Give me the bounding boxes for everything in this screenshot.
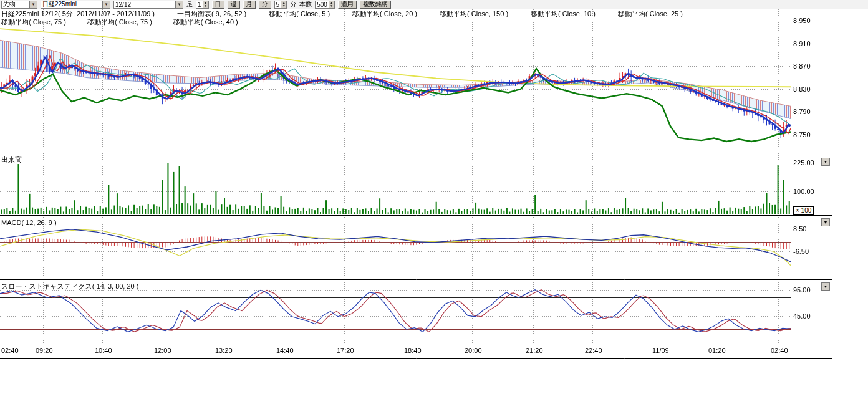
spin-down-icon[interactable]: ▼ <box>330 4 333 7</box>
symbol-select[interactable]: 日経225mini ▼ <box>41 1 110 9</box>
multi-symbol-button[interactable]: 複数銘柄 <box>360 1 391 9</box>
bars-count-value: 500 <box>316 1 329 8</box>
market-select-value: 先物 <box>2 0 29 9</box>
period-month-button[interactable]: 月 <box>243 1 256 9</box>
bar-multiplier-value: 1 <box>196 1 203 8</box>
chart-legend-row2: 移動平均( Close, 75 ) 移動平均( Close, 75 ) 移動平均… <box>1 17 238 27</box>
stochastics-panel-title: スロー・ストキャスティクス( 14, 3, 80, 20 ) <box>1 282 138 291</box>
volume-panel-title: 出来高 <box>1 155 22 165</box>
legend-ma-40: 移動平均( Close, 40 ) <box>173 17 238 27</box>
toolbar: 先物 ▼ 日経225mini ▼ 12/12 ▼ 足 1 ▲▼ 日 週 月 分 … <box>0 0 868 9</box>
spin-down-icon[interactable]: ▼ <box>204 4 207 7</box>
legend-ma-150: 移動平均( Close, 150 ) <box>440 9 508 19</box>
chevron-down-icon[interactable]: ▼ <box>102 1 110 8</box>
chart-application: 先物 ▼ 日経225mini ▼ 12/12 ▼ 足 1 ▲▼ 日 週 月 分 … <box>0 0 868 409</box>
contract-select-value: 12/12 <box>114 1 175 8</box>
period-week-button[interactable]: 週 <box>228 1 240 9</box>
bars-count-label: 本数 <box>299 0 312 9</box>
macd-panel-scroll-down-button[interactable]: ▼ <box>821 218 830 226</box>
chevron-down-icon[interactable]: ▼ <box>175 1 183 8</box>
symbol-select-value: 日経225mini <box>41 0 102 9</box>
stochastics-panel-scroll-down-button[interactable]: ▼ <box>821 282 830 291</box>
legend-ma-25: 移動平均( Close, 25 ) <box>618 9 683 19</box>
minute-value: 5 <box>275 1 281 8</box>
chevron-down-icon[interactable]: ▼ <box>29 1 37 8</box>
spinner-arrows-icon[interactable]: ▲▼ <box>329 1 334 8</box>
macd-panel-title: MACD( 12, 26, 9 ) <box>1 219 57 226</box>
legend-ma-75a: 移動平均( Close, 75 ) <box>1 17 66 27</box>
legend-ma-75b: 移動平均( Close, 75 ) <box>87 17 152 27</box>
chart-canvas[interactable] <box>0 0 868 409</box>
spinner-arrows-icon[interactable]: ▲▼ <box>203 1 208 8</box>
bars-count-spinner[interactable]: 500 ▲▼ <box>315 1 335 9</box>
market-select[interactable]: 先物 ▼ <box>1 1 37 9</box>
minute-value-spinner[interactable]: 5 ▲▼ <box>274 1 287 9</box>
legend-ma-5: 移動平均( Close, 5 ) <box>269 9 330 19</box>
volume-multiplier-badge: × 100 <box>793 206 814 215</box>
contract-select[interactable]: 12/12 ▼ <box>113 1 183 9</box>
minute-unit-label: 分 <box>290 0 296 9</box>
legend-ma-20: 移動平均( Close, 20 ) <box>352 9 417 19</box>
volume-panel-scroll-down-button[interactable]: ▼ <box>821 158 830 166</box>
period-day-button[interactable]: 日 <box>212 1 224 9</box>
apply-button[interactable]: 適用 <box>338 1 357 9</box>
spinner-arrows-icon[interactable]: ▲▼ <box>281 1 286 8</box>
bar-type-label: 足 <box>186 0 193 9</box>
period-minute-button[interactable]: 分 <box>259 1 271 9</box>
spin-down-icon[interactable]: ▼ <box>282 4 286 7</box>
bar-multiplier-spinner[interactable]: 1 ▲▼ <box>196 1 209 9</box>
legend-ma-10: 移動平均( Close, 10 ) <box>531 9 596 19</box>
